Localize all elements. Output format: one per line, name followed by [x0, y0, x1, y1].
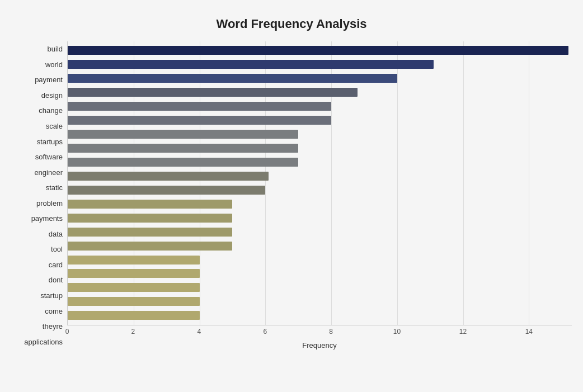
- bar: [68, 60, 434, 69]
- x-axis-label: Frequency: [67, 341, 572, 350]
- chart-title: Word Frequency Analysis: [11, 11, 572, 31]
- chart-area: buildworldpaymentdesignchangescalestartu…: [11, 41, 572, 350]
- y-label: engineer: [34, 166, 63, 178]
- y-label: dont: [49, 274, 63, 286]
- x-tick-label: 0: [65, 328, 69, 336]
- bar-row: [68, 86, 572, 98]
- x-tick-label: 8: [329, 328, 333, 336]
- y-label: change: [39, 105, 63, 117]
- y-label: startups: [37, 135, 63, 148]
- bar-row: [68, 184, 572, 196]
- bar: [68, 144, 298, 153]
- y-label: card: [49, 258, 63, 271]
- x-tick-label: 12: [459, 328, 467, 336]
- bar: [68, 214, 232, 223]
- y-label: payment: [35, 74, 63, 86]
- bar: [68, 186, 265, 195]
- bars-and-x: 02468101214 Frequency: [67, 41, 572, 350]
- y-label: data: [49, 228, 63, 240]
- bar-row: [68, 128, 572, 140]
- y-axis: buildworldpaymentdesignchangescalestartu…: [11, 41, 67, 350]
- x-axis: 02468101214 Frequency: [67, 328, 572, 350]
- y-label: come: [45, 305, 63, 317]
- bars-wrapper: [68, 41, 572, 325]
- y-label: payments: [31, 212, 63, 225]
- bars-section: [67, 41, 572, 325]
- bar: [68, 88, 358, 97]
- bar: [68, 311, 200, 320]
- y-label: software: [35, 151, 63, 163]
- bar-row: [68, 170, 572, 182]
- bar: [68, 269, 200, 278]
- y-label: theyre: [43, 320, 63, 333]
- bar-row: [68, 142, 572, 154]
- bar-row: [68, 254, 572, 266]
- y-label: tool: [51, 243, 63, 256]
- bar: [68, 256, 200, 265]
- bar: [68, 297, 200, 306]
- bar-row: [68, 226, 572, 238]
- bar-row: [68, 72, 572, 84]
- bar-row: [68, 198, 572, 210]
- y-label: build: [48, 43, 63, 55]
- y-label: scale: [46, 120, 63, 133]
- x-tick-label: 14: [525, 328, 533, 336]
- bar-row: [68, 156, 572, 168]
- bar: [68, 200, 232, 209]
- bar-row: [68, 58, 572, 70]
- bar: [68, 102, 331, 111]
- y-label: problem: [36, 197, 63, 209]
- y-label: world: [45, 58, 63, 70]
- bar: [68, 283, 200, 292]
- bar: [68, 116, 331, 125]
- bar: [68, 158, 298, 167]
- bar: [68, 130, 298, 139]
- x-tick-label: 6: [263, 328, 267, 336]
- x-ticks: 02468101214: [67, 328, 572, 339]
- bar-row: [68, 281, 572, 294]
- bar-row: [68, 44, 572, 56]
- bar: [68, 242, 232, 251]
- chart-container: Word Frequency Analysis buildworldpaymen…: [0, 0, 583, 392]
- bar-row: [68, 114, 572, 126]
- x-tick-label: 10: [393, 328, 401, 336]
- bar: [68, 228, 232, 237]
- x-tick-label: 4: [197, 328, 201, 336]
- y-label: design: [41, 89, 63, 101]
- y-label: applications: [24, 336, 63, 348]
- bar-row: [68, 267, 572, 280]
- bar-row: [68, 295, 572, 308]
- bar: [68, 46, 568, 55]
- bar: [68, 172, 269, 181]
- y-label: startup: [40, 290, 63, 302]
- y-label: static: [46, 182, 63, 194]
- bar-row: [68, 212, 572, 224]
- bar-row: [68, 309, 572, 322]
- bar-row: [68, 240, 572, 252]
- bar-row: [68, 100, 572, 112]
- x-tick-label: 2: [131, 328, 135, 336]
- bar: [68, 74, 397, 83]
